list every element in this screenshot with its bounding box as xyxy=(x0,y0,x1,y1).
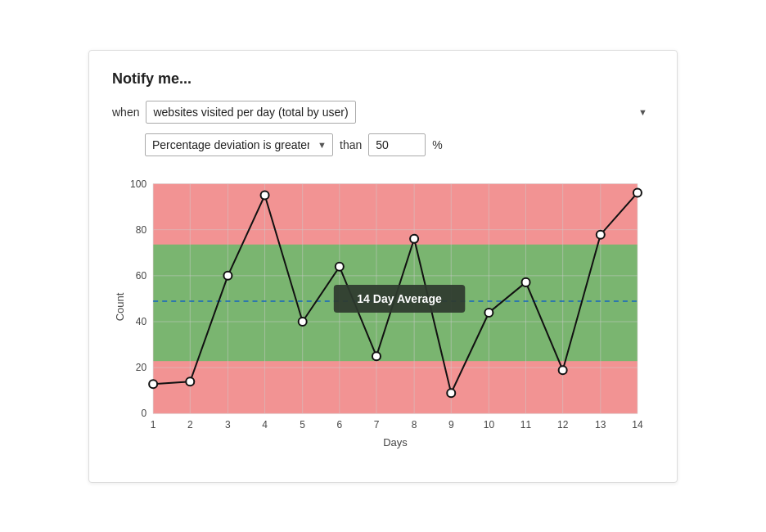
svg-text:14 Day Average: 14 Day Average xyxy=(357,291,442,304)
metric-select-wrapper: websites visited per day (total by user) xyxy=(146,101,654,124)
svg-text:4: 4 xyxy=(262,419,268,431)
svg-point-23 xyxy=(149,380,157,388)
metric-row: when websites visited per day (total by … xyxy=(112,101,654,124)
chart-svg: 14 Day Average 0 20 40 60 80 100 1 2 3 4… xyxy=(112,168,654,462)
svg-point-24 xyxy=(186,377,194,385)
threshold-input[interactable] xyxy=(368,133,426,156)
condition-select[interactable]: Percentage deviation is greaterPercentag… xyxy=(145,133,333,156)
when-label: when xyxy=(112,106,139,119)
svg-text:80: 80 xyxy=(136,223,147,235)
than-label: than xyxy=(340,138,362,151)
condition-select-wrapper: Percentage deviation is greaterPercentag… xyxy=(145,133,333,156)
svg-text:9: 9 xyxy=(448,419,454,431)
svg-text:Count: Count xyxy=(114,292,126,321)
pct-label: % xyxy=(432,138,442,151)
svg-text:20: 20 xyxy=(136,362,147,373)
svg-text:100: 100 xyxy=(130,178,146,189)
chart-area: 14 Day Average 0 20 40 60 80 100 1 2 3 4… xyxy=(112,168,654,466)
svg-text:2: 2 xyxy=(187,419,193,431)
notify-card: Notify me... when websites visited per d… xyxy=(88,50,678,483)
svg-point-32 xyxy=(484,308,493,316)
svg-text:Days: Days xyxy=(383,436,408,449)
page-title: Notify me... xyxy=(112,70,654,88)
svg-point-29 xyxy=(372,352,381,360)
svg-text:60: 60 xyxy=(136,269,147,281)
svg-text:11: 11 xyxy=(520,419,532,431)
svg-text:1: 1 xyxy=(151,419,156,431)
svg-point-30 xyxy=(410,234,418,242)
svg-point-27 xyxy=(299,318,307,326)
svg-text:6: 6 xyxy=(336,419,342,431)
svg-text:40: 40 xyxy=(136,316,147,327)
svg-point-31 xyxy=(447,389,455,397)
svg-text:5: 5 xyxy=(300,419,305,431)
svg-point-28 xyxy=(336,262,344,270)
svg-text:0: 0 xyxy=(141,408,146,419)
svg-point-25 xyxy=(223,271,232,279)
svg-point-26 xyxy=(261,191,269,199)
metric-select[interactable]: websites visited per day (total by user) xyxy=(146,101,356,124)
svg-text:10: 10 xyxy=(484,419,495,431)
svg-text:12: 12 xyxy=(557,419,569,431)
svg-point-33 xyxy=(522,277,530,286)
svg-text:7: 7 xyxy=(374,419,380,431)
svg-point-36 xyxy=(633,188,642,196)
svg-text:8: 8 xyxy=(412,419,417,431)
svg-text:14: 14 xyxy=(632,419,643,431)
svg-point-34 xyxy=(559,366,567,374)
condition-row: Percentage deviation is greaterPercentag… xyxy=(145,133,654,156)
svg-text:3: 3 xyxy=(225,419,231,431)
svg-text:13: 13 xyxy=(595,419,606,431)
svg-point-35 xyxy=(597,230,605,238)
